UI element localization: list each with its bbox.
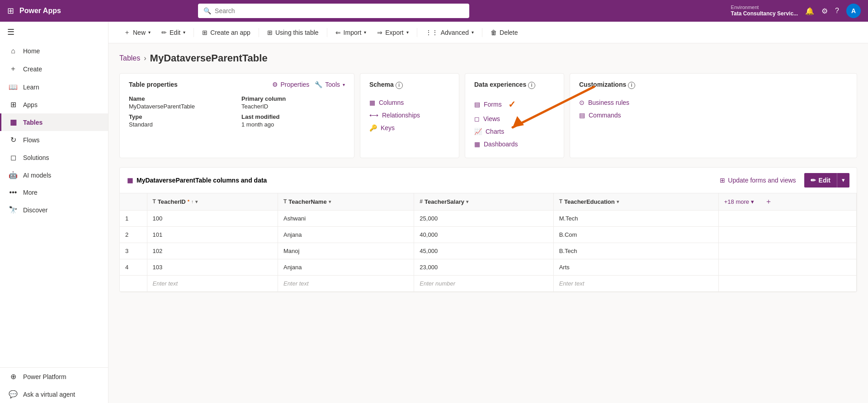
- data-table-actions: ⊞ Update forms and views ✏ Edit ▾: [715, 173, 849, 187]
- sidebar-item-apps[interactable]: ⊞ Apps: [0, 96, 108, 113]
- using-table-button[interactable]: ⊞ Using this table: [263, 26, 323, 39]
- breadcrumb: Tables › MyDataverseParentTable: [119, 52, 857, 64]
- apps-icon: ⊞: [9, 100, 18, 109]
- sidebar-item-ai-models[interactable]: 🤖 AI models: [0, 166, 108, 184]
- sidebar-item-discover[interactable]: 🔭 Discover: [0, 201, 108, 219]
- properties-link[interactable]: ⚙ Properties: [272, 81, 310, 88]
- sidebar-item-more[interactable]: ••• More: [0, 184, 108, 201]
- row-num-header: [120, 193, 147, 211]
- row1-salary[interactable]: 25,000: [414, 210, 553, 226]
- row2-education[interactable]: B.Com: [553, 226, 718, 243]
- notifications-button[interactable]: 🔔: [805, 7, 814, 15]
- teacher-salary-col-icon: #: [420, 198, 423, 205]
- teacher-id-header[interactable]: T TeacherID * ↑ ▾: [147, 193, 278, 211]
- more-cols-label: +18 more: [724, 198, 749, 205]
- new-row-id[interactable]: Enter text: [147, 275, 278, 291]
- sidebar-toggle[interactable]: ☰: [0, 22, 108, 42]
- dashboards-link[interactable]: ▦ Dashboards: [474, 138, 555, 150]
- new-row-education[interactable]: Enter text: [553, 275, 718, 291]
- sidebar-item-learn[interactable]: 📖 Learn: [0, 78, 108, 96]
- teacher-id-col-icon: T: [153, 198, 156, 205]
- row3-name[interactable]: Manoj: [278, 243, 414, 259]
- solutions-icon: ◻: [9, 153, 18, 162]
- row3-education[interactable]: B.Tech: [553, 243, 718, 259]
- row3-salary[interactable]: 45,000: [414, 243, 553, 259]
- row2-extra: [718, 226, 856, 243]
- new-row-name[interactable]: Enter text: [278, 275, 414, 291]
- commands-link[interactable]: ▤ Commands: [579, 109, 848, 122]
- name-prop: Name MyDataverseParentTable: [129, 95, 232, 110]
- settings-button[interactable]: ⚙: [821, 7, 828, 15]
- business-rules-link[interactable]: ⊙ Business rules: [579, 96, 848, 109]
- keys-link[interactable]: 🔑 Keys: [369, 122, 450, 134]
- teacher-name-dropdown-icon[interactable]: ▾: [329, 199, 331, 204]
- table-edit-button[interactable]: ✏ Edit: [804, 173, 837, 187]
- primary-col-prop: Primary column TeacherID: [241, 95, 345, 110]
- cards-row: Table properties ⚙ Properties 🔧 Tools ▾: [119, 73, 857, 158]
- table-edit-caret-button[interactable]: ▾: [837, 173, 849, 187]
- sidebar-item-ask-agent[interactable]: 💬 Ask a virtual agent: [0, 385, 108, 403]
- schema-title: Schemai: [369, 81, 403, 89]
- teacher-salary-header[interactable]: # TeacherSalary ▾: [414, 193, 553, 211]
- more-cols-button[interactable]: +18 more ▾: [719, 195, 760, 209]
- teacher-name-col-label: TeacherName: [288, 198, 326, 205]
- update-icon: ⊞: [720, 177, 725, 184]
- toolbar-sep-3: [327, 28, 327, 37]
- row4-education[interactable]: Arts: [553, 259, 718, 275]
- relationships-link[interactable]: ⟷ Relationships: [369, 109, 450, 122]
- create-app-button[interactable]: ⊞ Create an app: [198, 26, 255, 39]
- new-row-salary[interactable]: Enter number: [414, 275, 553, 291]
- help-button[interactable]: ?: [835, 7, 839, 15]
- new-label: New: [133, 29, 146, 36]
- new-button[interactable]: ＋ New ▾: [119, 26, 155, 39]
- sidebar-item-flows[interactable]: ↻ Flows: [0, 131, 108, 149]
- grid-icon[interactable]: ⊞: [7, 6, 14, 16]
- advanced-button[interactable]: ⋮⋮ Advanced ▾: [421, 26, 478, 39]
- using-table-label: Using this table: [275, 29, 319, 36]
- columns-link[interactable]: ▦ Columns: [369, 96, 450, 109]
- edit-button[interactable]: ✏ Edit ▾: [157, 26, 190, 39]
- more-cols-header: +18 more ▾ ＋: [718, 193, 856, 211]
- sidebar-item-power-platform[interactable]: ⊕ Power Platform: [0, 368, 108, 385]
- charts-link[interactable]: 📈 Charts: [474, 125, 555, 138]
- delete-label: Delete: [500, 29, 518, 36]
- gear-icon: ⚙: [272, 81, 278, 88]
- views-link[interactable]: ◻ Views: [474, 112, 555, 125]
- row4-salary[interactable]: 23,000: [414, 259, 553, 275]
- sidebar-label-apps: Apps: [23, 101, 38, 108]
- export-button[interactable]: ⇒ Export ▾: [373, 26, 413, 39]
- custom-title: Customizationsi: [579, 81, 635, 89]
- row2-id[interactable]: 101: [147, 226, 278, 243]
- app-logo: Power Apps: [19, 7, 61, 15]
- row1-id[interactable]: 100: [147, 210, 278, 226]
- sort-dropdown-icon[interactable]: ▾: [195, 199, 198, 204]
- avatar[interactable]: A: [846, 4, 861, 18]
- tools-link[interactable]: 🔧 Tools ▾: [315, 81, 345, 88]
- update-forms-button[interactable]: ⊞ Update forms and views: [715, 174, 800, 187]
- teacher-salary-dropdown-icon[interactable]: ▾: [466, 199, 468, 204]
- sidebar-item-create[interactable]: ＋ Create: [0, 60, 108, 78]
- teacher-edu-dropdown-icon[interactable]: ▾: [617, 199, 619, 204]
- row2-name[interactable]: Anjana: [278, 226, 414, 243]
- row4-name[interactable]: Anjana: [278, 259, 414, 275]
- row4-id[interactable]: 103: [147, 259, 278, 275]
- search-bar: 🔍: [198, 4, 469, 18]
- sidebar-label-more: More: [23, 189, 38, 196]
- row2-salary[interactable]: 40,000: [414, 226, 553, 243]
- search-input[interactable]: [215, 7, 464, 14]
- breadcrumb-parent[interactable]: Tables: [119, 54, 140, 62]
- environment-info: Environment Tata Consultancy Servic...: [731, 4, 798, 18]
- delete-button[interactable]: 🗑 Delete: [486, 26, 522, 39]
- row1-education[interactable]: M.Tech: [553, 210, 718, 226]
- sidebar-item-solutions[interactable]: ◻ Solutions: [0, 149, 108, 166]
- row1-name[interactable]: Ashwani: [278, 210, 414, 226]
- row3-id[interactable]: 102: [147, 243, 278, 259]
- forms-link[interactable]: ▤ Forms ✓: [474, 96, 555, 112]
- teacher-name-header[interactable]: T TeacherName ▾: [278, 193, 414, 211]
- import-button[interactable]: ⇐ Import ▾: [331, 26, 371, 39]
- sidebar-item-tables[interactable]: ▦ Tables: [0, 113, 108, 131]
- sidebar-item-home[interactable]: ⌂ Home: [0, 42, 108, 60]
- teacher-education-header[interactable]: T TeacherEducation ▾: [553, 193, 718, 211]
- table-row: 2 101 Anjana 40,000 B.Com: [120, 226, 857, 243]
- add-column-button[interactable]: ＋: [760, 193, 778, 210]
